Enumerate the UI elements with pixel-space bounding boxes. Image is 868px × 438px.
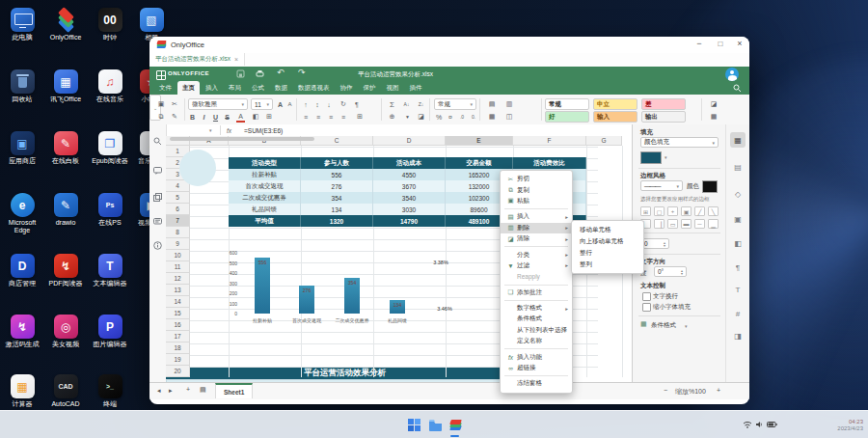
- row-header-19[interactable]: 19: [166, 354, 190, 366]
- desktop-icon-OnlyOffice[interactable]: OnlyOffice: [44, 8, 87, 41]
- sheet-list-icon[interactable]: ▤: [200, 386, 206, 394]
- table-cell[interactable]: 首次成交返现: [229, 180, 301, 192]
- user-avatar[interactable]: [725, 68, 739, 81]
- paste-icon[interactable]: ▣: [155, 98, 167, 110]
- table-cell[interactable]: 4550: [373, 169, 446, 180]
- decimal-inc-icon[interactable]: 0.: [469, 111, 478, 123]
- font-increase-icon[interactable]: A: [276, 98, 285, 110]
- table-cell[interactable]: 拉新补贴: [229, 169, 301, 180]
- feedback-icon[interactable]: [152, 216, 163, 227]
- name-box-caret-icon[interactable]: ▾: [209, 127, 212, 133]
- align-left-icon[interactable]: ≡: [301, 111, 311, 123]
- b-format-icon[interactable]: B: [188, 111, 197, 123]
- conditional-format-icon[interactable]: ▦: [640, 320, 647, 328]
- clear-style-icon[interactable]: ◪: [707, 98, 720, 110]
- row-header-12[interactable]: 12: [166, 273, 190, 285]
- border-preset-button[interactable]: ▣: [681, 206, 692, 216]
- number-format-select[interactable]: 常规▾: [434, 98, 476, 110]
- indent-spinner[interactable]: 0 ▴▾: [640, 238, 669, 249]
- context-menu-item-粘贴[interactable]: ▣粘贴: [501, 196, 572, 206]
- submenu-item-整列[interactable]: 整列: [572, 259, 643, 270]
- table-cell[interactable]: 二次成交优惠券: [229, 192, 301, 204]
- cell-style-中立[interactable]: 中立: [593, 98, 637, 110]
- table-cell[interactable]: 276: [301, 180, 373, 192]
- border-preset-button[interactable]: ─: [694, 219, 705, 229]
- row-header-13[interactable]: 13: [166, 285, 190, 296]
- wrap-text-checkbox[interactable]: [642, 292, 651, 301]
- table-cell[interactable]: 134: [301, 204, 373, 215]
- comments-icon[interactable]: [152, 165, 163, 176]
- table-cell[interactable]: 556: [301, 169, 373, 180]
- table-summary-cell[interactable]: 1320: [301, 215, 373, 227]
- pivot-settings-icon[interactable]: #: [730, 306, 746, 321]
- context-menu-item-剪切[interactable]: ✂剪切: [501, 174, 572, 184]
- wrap-text-icon[interactable]: ¶: [352, 98, 362, 110]
- window-titlebar[interactable]: OnlyOffice − □ ×: [149, 37, 749, 53]
- border-color-swatch[interactable]: [702, 180, 718, 193]
- desktop-icon-AutoCAD[interactable]: CADAutoCAD: [44, 374, 87, 408]
- angle-spinner[interactable]: 0° ▴▾: [654, 266, 687, 277]
- context-menu-item-从下拉列表中选择[interactable]: 从下拉列表中选择: [501, 325, 572, 336]
- row-header-6[interactable]: 6: [166, 204, 190, 215]
- battery-tray-icon[interactable]: [767, 421, 777, 428]
- insert-cells-icon[interactable]: ▤: [485, 98, 499, 110]
- insert-function-icon[interactable]: ⊕: [387, 111, 397, 123]
- ribbon-tab-保护[interactable]: 保护: [359, 81, 381, 95]
- fill-color-swatch[interactable]: [640, 151, 662, 164]
- wifi-tray-icon[interactable]: [743, 421, 752, 428]
- sort-desc-icon[interactable]: Z↓: [415, 98, 427, 110]
- shrink-fit-checkbox[interactable]: [642, 303, 651, 312]
- table-cell[interactable]: 3030: [373, 204, 446, 215]
- tab-close-icon[interactable]: ×: [234, 56, 238, 63]
- delete-cells-icon[interactable]: ▥: [502, 98, 516, 110]
- cell-style-差[interactable]: 差: [641, 98, 686, 110]
- maximize-button[interactable]: □: [713, 40, 728, 48]
- onlyoffice-taskbar-icon[interactable]: [446, 415, 465, 434]
- context-menu-item-清除[interactable]: ◪清除▸: [501, 233, 572, 244]
- row-header-17[interactable]: 17: [166, 331, 190, 342]
- align-right-icon[interactable]: ≡: [326, 111, 336, 123]
- file-explorer-icon[interactable]: [425, 415, 445, 434]
- context-menu-item-复制[interactable]: ⧉复制: [501, 184, 572, 195]
- column-header-F[interactable]: F: [513, 136, 586, 146]
- row-header-11[interactable]: 11: [166, 261, 190, 273]
- conditional-format-caret-icon[interactable]: ▾: [685, 323, 688, 329]
- autosum-icon[interactable]: Σ: [387, 98, 397, 110]
- ribbon-tab-协作[interactable]: 协作: [336, 81, 358, 95]
- context-menu-item-Reapply[interactable]: Reapply: [501, 271, 572, 282]
- row-header-14[interactable]: 14: [166, 296, 190, 308]
- save-icon[interactable]: [236, 69, 245, 78]
- column-header-E[interactable]: E: [446, 136, 513, 146]
- fill-color-icon[interactable]: ◧: [250, 111, 261, 123]
- fill-type-select[interactable]: 颜色填充▾: [640, 137, 719, 148]
- desktop-icon-PDF阅读器[interactable]: ↯PDF阅读器: [44, 254, 87, 287]
- tray-clock[interactable]: 04:23 2023/4/23: [786, 419, 863, 432]
- table-settings-icon[interactable]: ▤: [730, 159, 746, 175]
- fx-icon[interactable]: fx: [227, 127, 231, 134]
- context-menu-item-插入[interactable]: ▤插入▸: [501, 211, 572, 222]
- desktop-icon-在线PS[interactable]: Ps在线PS: [89, 193, 131, 227]
- context-menu-item-条件格式[interactable]: 条件格式: [501, 314, 572, 324]
- desktop-icon-计算器[interactable]: ▦计算器: [1, 374, 43, 408]
- row-header-15[interactable]: 15: [166, 308, 190, 319]
- paragraph-settings-icon[interactable]: ¶: [730, 260, 746, 275]
- desktop-icon-文本编辑器[interactable]: T文本编辑器: [89, 254, 131, 287]
- border-style-select[interactable]: ———▾: [640, 180, 683, 191]
- print-icon[interactable]: [256, 69, 264, 78]
- ribbon-tab-布局[interactable]: 布局: [224, 81, 246, 95]
- row-header-5[interactable]: 5: [166, 192, 190, 204]
- border-preset-button[interactable]: ╲: [708, 206, 719, 216]
- context-menu-item-定义名称[interactable]: 定义名称: [501, 336, 572, 346]
- desktop-icon-美女视频[interactable]: ◎美女视频: [44, 315, 87, 348]
- font-color-icon[interactable]: A: [236, 111, 245, 123]
- context-menu-item-删除[interactable]: ▥删除▸: [501, 223, 572, 233]
- ribbon-tab-主页[interactable]: 主页: [177, 81, 200, 95]
- shape-settings-icon[interactable]: ◇: [730, 186, 746, 202]
- border-preset-button[interactable]: ▢: [654, 206, 665, 216]
- context-menu-item-过滤[interactable]: ▼过滤▸: [501, 260, 572, 271]
- search-icon[interactable]: [152, 136, 163, 147]
- border-preset-button[interactable]: ▬: [681, 219, 692, 229]
- filter-icon[interactable]: ▼: [402, 111, 413, 123]
- desktop-icon-在线白板[interactable]: ✎在线白板: [44, 131, 87, 165]
- table-cell[interactable]: 354: [301, 192, 373, 204]
